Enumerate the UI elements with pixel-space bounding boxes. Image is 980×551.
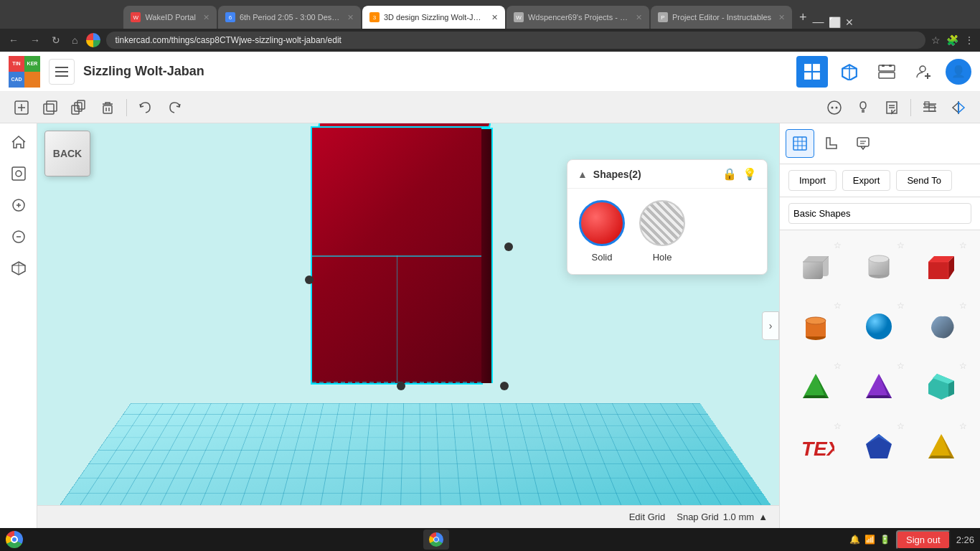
tab2-favicon: 6 [225, 12, 235, 22]
bookmark-icon[interactable]: ☆ [931, 34, 941, 46]
star-icon-10[interactable]: ☆ [834, 421, 842, 431]
home-button[interactable]: ⌂ [69, 33, 80, 47]
browser-tab-1[interactable]: W WakeID Portal ✕ [123, 6, 217, 29]
svg-rect-11 [879, 72, 895, 78]
close-window-button[interactable]: ✕ [845, 17, 854, 28]
refresh-button[interactable]: ↻ [49, 33, 63, 47]
shape-item-sphere[interactable]: ☆ [852, 299, 906, 354]
star-icon-6[interactable]: ☆ [959, 301, 967, 311]
panel-note-button[interactable] [849, 129, 877, 158]
new-shape-button[interactable] [9, 95, 34, 121]
tab3-close[interactable]: ✕ [491, 13, 498, 22]
view-cube[interactable]: BACK [44, 131, 90, 176]
zoom-out-button[interactable] [6, 224, 32, 250]
tab5-close[interactable]: ✕ [778, 13, 785, 22]
note-button[interactable] [879, 95, 905, 121]
browser-tab-3[interactable]: 3 3D design Sizzling Wolt-Jaban... ✕ [362, 6, 505, 29]
hamburger-menu-button[interactable] [49, 59, 75, 85]
tab2-close[interactable]: ✕ [347, 13, 354, 22]
tab1-close[interactable]: ✕ [203, 13, 209, 22]
import-button[interactable]: Import [788, 170, 837, 191]
extension-icon[interactable]: 🧩 [946, 34, 958, 46]
star-icon-8[interactable]: ☆ [897, 361, 905, 371]
redo-button[interactable] [161, 95, 187, 121]
svg-point-29 [831, 106, 834, 108]
browser-tab-5[interactable]: P Project Editor - Instructables ✕ [651, 6, 792, 29]
brick-icon-button[interactable] [871, 56, 903, 88]
export-button[interactable]: Export [842, 170, 891, 191]
user-avatar[interactable]: 👤 [946, 59, 971, 85]
handle-left-bottom[interactable] [305, 276, 314, 284]
tab4-close[interactable]: ✕ [636, 13, 642, 22]
grid-view-button[interactable] [796, 56, 828, 88]
hole-shape-option[interactable]: Hole [639, 200, 685, 263]
shapes-category-select[interactable]: Basic Shapes [788, 203, 971, 224]
star-icon-7[interactable]: ☆ [834, 361, 842, 371]
zoom-in-button[interactable] [6, 192, 32, 218]
multi-copy-button[interactable] [66, 95, 92, 121]
cube-back-face[interactable]: BACK [44, 131, 90, 176]
star-icon-3[interactable]: ☆ [959, 240, 967, 250]
shape-item-pentagon[interactable]: ☆ [852, 420, 906, 474]
forward-button[interactable]: → [27, 33, 43, 47]
shape-right-face [481, 128, 493, 383]
taskbar-chrome-button[interactable] [423, 529, 449, 550]
google-apps-icon[interactable] [86, 33, 100, 47]
panel-grid-button[interactable] [786, 129, 814, 158]
handle-bottom-right[interactable] [500, 382, 509, 390]
star-icon-2[interactable]: ☆ [897, 240, 905, 250]
sign-out-button[interactable]: Sign out [896, 530, 951, 550]
undo-button[interactable] [133, 95, 159, 121]
popup-collapse-button[interactable]: ▲ [578, 169, 588, 180]
star-icon-12[interactable]: ☆ [959, 421, 967, 431]
new-tab-button[interactable]: + [793, 6, 813, 29]
browser-tab-2[interactable]: 6 6th Period 2:05 - 3:00 Design... ✕ [218, 6, 361, 29]
send-to-button[interactable]: Send To [896, 170, 951, 191]
panel-shape-button[interactable] [817, 129, 846, 158]
align-button[interactable] [917, 95, 943, 121]
fit-view-button[interactable] [6, 161, 32, 187]
snap-grid-dropdown[interactable]: ▲ [758, 512, 768, 522]
help-button[interactable] [850, 95, 876, 121]
add-person-button[interactable] [908, 56, 940, 88]
handle-bottom-center[interactable] [397, 382, 405, 390]
popup-visibility-icon[interactable]: 💡 [743, 167, 757, 181]
browser-tab-4[interactable]: W Wdspencer69's Projects - Instr... ✕ [507, 6, 649, 29]
comment-icon [826, 100, 842, 116]
shape-item-box[interactable]: ☆ [914, 239, 969, 293]
edit-grid-button[interactable]: Edit Grid [629, 512, 666, 522]
notification-icon[interactable]: 🔔 [849, 534, 860, 545]
address-bar-input[interactable] [106, 32, 925, 49]
shape-item-pyramid-green[interactable]: ☆ [788, 359, 843, 414]
star-icon-1[interactable]: ☆ [834, 240, 842, 250]
perspective-button[interactable] [6, 255, 32, 281]
taskbar-chrome-icon[interactable] [6, 531, 23, 548]
duplicate-button[interactable] [37, 95, 63, 121]
note-icon [884, 100, 900, 116]
toggle-panel-button[interactable]: › [762, 311, 779, 340]
3d-view-button[interactable] [834, 56, 865, 88]
shape-item-cylinder-orange[interactable]: ☆ [788, 299, 843, 354]
home-view-button[interactable] [6, 129, 32, 155]
back-button[interactable]: ← [6, 33, 22, 47]
popup-lock-icon[interactable]: 🔒 [722, 167, 737, 181]
shape-item-rounded-box[interactable]: ☆ [788, 239, 843, 293]
shape-item-text[interactable]: ☆ TEXT [788, 420, 843, 474]
star-icon-4[interactable]: ☆ [834, 301, 842, 311]
3d-shape-group[interactable] [311, 123, 491, 385]
star-icon-9[interactable]: ☆ [959, 361, 967, 371]
shape-item-teal[interactable]: ☆ [914, 359, 969, 414]
shape-item-pyramid-purple[interactable]: ☆ [852, 359, 906, 414]
star-icon-11[interactable]: ☆ [897, 421, 905, 431]
shape-item-cylinder[interactable]: ☆ [852, 239, 906, 293]
delete-button[interactable] [95, 95, 121, 121]
star-icon-5[interactable]: ☆ [897, 301, 905, 311]
solid-shape-option[interactable]: Solid [579, 200, 625, 263]
minimize-button[interactable]: — [813, 16, 824, 29]
mirror-button[interactable] [946, 95, 971, 121]
restore-button[interactable]: ⬜ [829, 17, 841, 28]
shape-item-rock[interactable]: ☆ [914, 299, 969, 354]
menu-icon[interactable]: ⋮ [964, 34, 974, 46]
comment-button[interactable] [821, 95, 847, 121]
shape-item-pyramid-yellow[interactable]: ☆ [914, 420, 969, 474]
